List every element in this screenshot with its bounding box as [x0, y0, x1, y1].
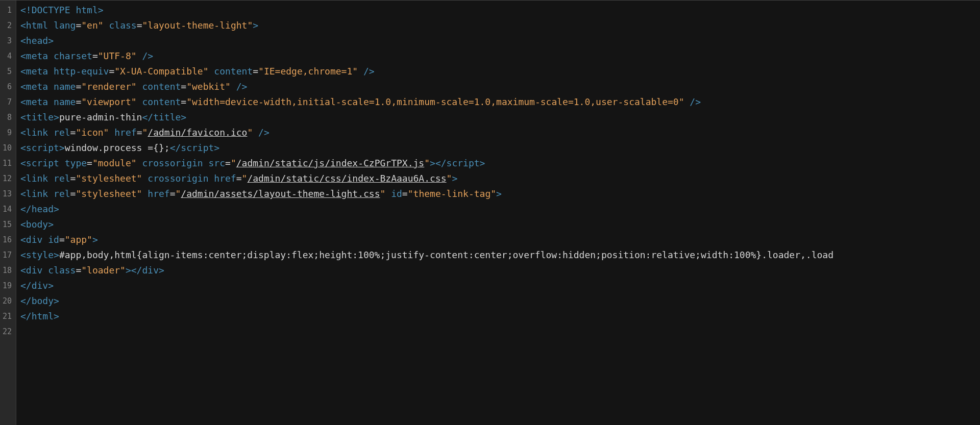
code-token: /admin/static/css/index-BzAaau6A.css [247, 173, 446, 184]
code-token: > [48, 280, 54, 291]
code-line[interactable]: <!DOCTYPE html> [20, 3, 980, 18]
code-token: "en" [81, 20, 103, 31]
code-line[interactable]: <style>#app,body,html{align-items:center… [20, 247, 980, 263]
code-token: < [20, 265, 26, 276]
code-token [137, 158, 142, 168]
code-line[interactable]: <script type="module" crossorigin src="/… [20, 156, 980, 171]
code-token: div [26, 234, 43, 245]
code-line[interactable]: <title>pure-admin-thin</title> [20, 110, 980, 125]
line-number: 14 [2, 202, 12, 217]
code-token: rel [54, 173, 70, 184]
code-line[interactable]: </body> [20, 293, 980, 309]
code-line[interactable]: <html lang="en" class="layout-theme-ligh… [20, 18, 980, 33]
code-token [48, 81, 54, 92]
code-line[interactable]: <body> [20, 217, 980, 232]
code-token: href [148, 188, 169, 199]
code-line[interactable]: </head> [20, 202, 980, 217]
code-token: " [424, 158, 430, 168]
code-token: body [32, 295, 54, 306]
line-number: 19 [2, 278, 12, 293]
code-line[interactable]: <div class="loader"></div> [20, 263, 980, 278]
code-token: /admin/assets/layout-theme-light.css [181, 188, 380, 199]
code-token: /> [236, 81, 248, 92]
code-token: > [92, 234, 98, 245]
code-line[interactable] [20, 324, 980, 339]
code-token: = [225, 158, 231, 168]
code-token: " [242, 173, 248, 184]
code-token: class [109, 20, 136, 31]
code-token: link [26, 173, 48, 184]
code-line[interactable]: <meta name="viewport" content="width=dev… [20, 94, 980, 110]
code-token: < [20, 142, 26, 153]
code-token: DOCTYPE [32, 5, 70, 15]
code-token: " [447, 173, 452, 184]
code-token: > [54, 112, 59, 122]
code-token: class [48, 265, 76, 276]
code-token: = [181, 96, 186, 107]
code-token: html [76, 5, 97, 15]
code-token: link [26, 188, 48, 199]
code-token: = [109, 66, 114, 77]
code-token: = [236, 173, 242, 184]
code-token: = [76, 81, 81, 92]
code-token: = [181, 81, 186, 92]
code-token: = [402, 188, 408, 199]
code-line[interactable]: <meta name="renderer" content="webkit" /… [20, 79, 980, 94]
code-token: pure-admin-thin [59, 112, 142, 122]
code-editor[interactable]: 12345678910111213141516171819202122 <!DO… [0, 0, 980, 425]
code-token: "stylesheet" [76, 173, 142, 184]
code-line[interactable]: </div> [20, 278, 980, 293]
code-token: < [20, 66, 26, 77]
code-token: meta [26, 81, 48, 92]
code-token: </ [20, 311, 32, 321]
code-line[interactable]: <link rel="stylesheet" href="/admin/asse… [20, 186, 980, 202]
code-token [59, 158, 65, 168]
code-token [137, 51, 142, 61]
code-line[interactable]: <link rel="stylesheet" crossorigin href=… [20, 171, 980, 186]
code-token: div [32, 280, 48, 291]
code-token: </ [20, 204, 32, 214]
code-token: < [20, 188, 26, 199]
code-token [209, 173, 214, 184]
code-token: ></ [126, 265, 142, 276]
code-token: window.process ={}; [65, 142, 170, 153]
code-token: link [26, 127, 48, 138]
code-token: "width=device-width,initial-scale=1.0,mi… [186, 96, 684, 107]
code-line[interactable]: <meta charset="UTF-8" /> [20, 48, 980, 64]
code-token: "module" [92, 158, 137, 168]
code-token [137, 81, 142, 92]
code-line[interactable]: <head> [20, 33, 980, 48]
code-line[interactable]: <script>window.process ={};</script> [20, 140, 980, 156]
code-line[interactable]: </html> [20, 309, 980, 324]
line-number: 20 [2, 293, 12, 309]
code-token: name [54, 81, 76, 92]
code-line[interactable]: <div id="app"> [20, 232, 980, 247]
code-token: "theme-link-tag" [408, 188, 496, 199]
line-number: 1 [2, 3, 12, 18]
code-token: charset [54, 51, 92, 61]
line-number: 22 [2, 324, 12, 339]
code-token: " [231, 158, 236, 168]
code-token [48, 66, 54, 77]
code-token [385, 188, 391, 199]
code-line[interactable]: <link rel="icon" href="/admin/favicon.ic… [20, 125, 980, 140]
code-token: = [76, 265, 81, 276]
code-token: > [496, 188, 502, 199]
code-area[interactable]: <!DOCTYPE html><html lang="en" class="la… [16, 1, 980, 425]
code-token: head [32, 204, 54, 214]
code-token: < [20, 81, 26, 92]
code-token: < [20, 158, 26, 168]
code-token: = [170, 188, 176, 199]
code-token: > [159, 265, 164, 276]
code-token [42, 234, 48, 245]
line-number: 13 [2, 186, 12, 202]
code-token [104, 20, 109, 31]
code-token: "X-UA-Compatible" [114, 66, 208, 77]
code-token: content [142, 96, 181, 107]
code-line[interactable]: <meta http-equiv="X-UA-Compatible" conte… [20, 64, 980, 79]
code-token: lang [54, 20, 76, 31]
code-token: > [54, 249, 59, 260]
code-token: script [447, 158, 480, 168]
code-token: "icon" [76, 127, 109, 138]
code-token [42, 265, 48, 276]
